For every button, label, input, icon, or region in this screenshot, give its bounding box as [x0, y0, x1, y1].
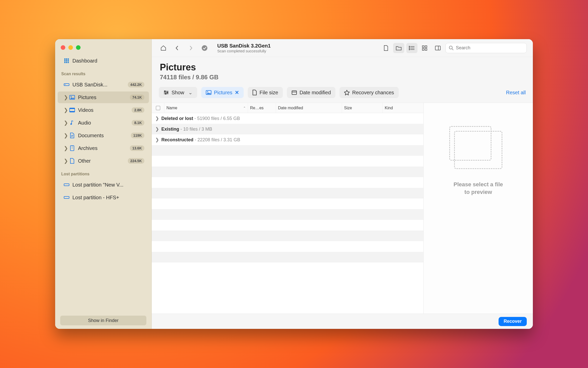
sidebar-item-label: USB SanDisk... — [72, 82, 107, 88]
star-icon — [344, 90, 350, 95]
group-row-deleted[interactable]: ❯ Deleted or lost - 51900 files / 6.55 G… — [152, 113, 423, 124]
grid-layout-button[interactable] — [419, 43, 430, 53]
count-badge: 2.8K — [132, 107, 144, 113]
filter-bar: Show ⌄ Pictures ✕ File size Dat — [152, 83, 533, 103]
svg-point-22 — [409, 48, 410, 48]
svg-rect-26 — [422, 49, 424, 50]
home-button[interactable] — [158, 43, 169, 53]
sidebar-item-documents[interactable]: ❯ Documents 119K — [58, 130, 149, 141]
count-badge: 442.2K — [128, 82, 144, 87]
image-icon — [206, 90, 211, 95]
sidebar-item-drive[interactable]: USB SanDisk... 442.2K — [58, 79, 149, 90]
svg-rect-17 — [70, 146, 74, 151]
filter-recovery-chances-button[interactable]: Recovery chances — [339, 87, 399, 98]
svg-rect-3 — [64, 60, 66, 62]
filter-pictures-chip[interactable]: Pictures ✕ — [201, 87, 244, 98]
results-list: Name⌃ Re…es Date modified Size Kind ❯ De… — [152, 103, 424, 314]
sidebar-item-archives[interactable]: ❯ Archives 13.6K — [58, 142, 149, 154]
minimize-window-button[interactable] — [68, 45, 73, 50]
sidebar-item-dashboard[interactable]: Dashboard — [58, 55, 149, 67]
column-headers: Name⌃ Re…es Date modified Size Kind — [152, 103, 423, 113]
back-button[interactable] — [172, 43, 183, 53]
view-mode-group — [380, 43, 404, 53]
empty-row — [152, 198, 423, 209]
svg-rect-7 — [66, 62, 67, 63]
fullscreen-window-button[interactable] — [76, 45, 81, 50]
sidebar-footer: Show in Finder — [55, 316, 151, 325]
ssd-icon — [64, 82, 69, 87]
preview-toggle-button[interactable] — [432, 43, 443, 53]
svg-rect-10 — [65, 84, 66, 85]
preview-placeholder-icon — [454, 131, 502, 169]
preview-placeholder-text: Please select a fileto preview — [454, 181, 503, 196]
empty-row — [152, 145, 423, 156]
column-name[interactable]: Name⌃ — [164, 103, 248, 113]
group-meta: 22208 files / 3.31 GB — [197, 137, 240, 143]
svg-point-31 — [167, 92, 168, 93]
group-label: Reconstructed — [161, 137, 193, 143]
svg-point-29 — [449, 46, 452, 49]
filter-show-button[interactable]: Show ⌄ — [159, 87, 197, 98]
scan-status: Scan completed successfully — [217, 49, 271, 53]
sidebar-item-lost-partition-2[interactable]: Lost partition - HFS+ — [58, 192, 149, 203]
svg-rect-18 — [64, 184, 69, 186]
sidebar-item-other[interactable]: ❯ Other 224.5K — [58, 155, 149, 167]
sidebar-item-lost-partition-1[interactable]: Lost partition "New V... — [58, 179, 149, 191]
close-window-button[interactable] — [61, 45, 65, 50]
search-icon — [449, 45, 454, 51]
partition-icon — [64, 182, 69, 188]
filter-label: Pictures — [214, 90, 232, 96]
filter-label: Show — [172, 90, 184, 96]
select-all-checkbox[interactable] — [152, 103, 164, 113]
group-row-reconstructed[interactable]: ❯ Reconstructed - 22208 files / 3.31 GB — [152, 134, 423, 145]
chevron-right-icon: ❯ — [64, 158, 66, 164]
file-view-button[interactable] — [380, 43, 392, 53]
sidebar-item-videos[interactable]: ❯ Videos 2.8K — [58, 104, 149, 116]
filter-date-modified-button[interactable]: Date modified — [287, 87, 335, 98]
partition-icon — [64, 195, 69, 200]
sidebar-item-pictures[interactable]: ❯ Pictures 74.1K — [58, 91, 149, 103]
folder-view-button[interactable] — [393, 43, 404, 53]
svg-rect-35 — [292, 91, 297, 95]
reset-filters-button[interactable]: Reset all — [506, 90, 526, 96]
forward-button[interactable] — [185, 43, 196, 53]
filter-file-size-button[interactable]: File size — [248, 87, 283, 98]
sidebar-item-audio[interactable]: ❯ Audio 8.1K — [58, 117, 149, 129]
file-icon — [69, 158, 75, 164]
dashboard-icon — [64, 58, 69, 64]
remove-filter-icon[interactable]: ✕ — [235, 89, 239, 96]
rows-container: ❯ Deleted or lost - 51900 files / 6.55 G… — [152, 113, 423, 314]
count-badge: 119K — [131, 133, 144, 138]
column-kind[interactable]: Kind — [383, 103, 423, 113]
empty-row — [152, 177, 423, 188]
svg-rect-14 — [70, 108, 75, 109]
column-size[interactable]: Size — [342, 103, 383, 113]
svg-rect-28 — [435, 46, 440, 50]
group-meta: 51900 files / 6.55 GB — [197, 116, 240, 121]
svg-point-12 — [71, 96, 72, 97]
search-input[interactable] — [445, 43, 527, 53]
column-resolution[interactable]: Re…es — [248, 103, 276, 113]
video-icon — [69, 107, 75, 113]
svg-rect-0 — [64, 58, 66, 60]
group-label: Deleted or lost — [161, 116, 193, 121]
recover-button[interactable]: Recover — [499, 317, 527, 326]
show-in-finder-button[interactable]: Show in Finder — [60, 316, 146, 325]
svg-rect-19 — [64, 196, 69, 198]
drive-title: USB SanDisk 3.2Gen1 — [217, 43, 271, 49]
chevron-right-icon: ❯ — [64, 94, 66, 100]
search-field[interactable] — [456, 45, 523, 51]
empty-row — [152, 252, 423, 263]
group-meta: 10 files / 3 MB — [183, 127, 212, 132]
column-date-modified[interactable]: Date modified — [276, 103, 342, 113]
svg-point-32 — [165, 93, 166, 94]
group-row-existing[interactable]: ❯ Existing - 10 files / 3 MB — [152, 124, 423, 134]
list-layout-button[interactable] — [406, 43, 417, 53]
chevron-right-icon: ❯ — [155, 126, 159, 132]
count-badge: 13.6K — [130, 145, 144, 151]
svg-rect-27 — [425, 49, 427, 50]
svg-rect-1 — [66, 58, 67, 60]
chevron-right-icon: ❯ — [155, 137, 159, 143]
sidebar-item-label: Dashboard — [72, 58, 97, 64]
svg-rect-8 — [68, 62, 69, 63]
